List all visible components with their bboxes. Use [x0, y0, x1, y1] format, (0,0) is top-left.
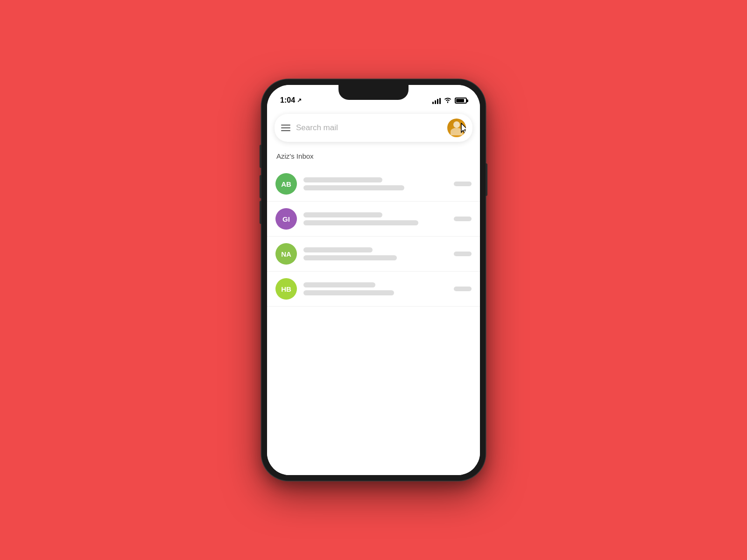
status-time: 1:04 ↗: [280, 96, 302, 105]
mail-meta: [454, 217, 472, 221]
signal-bar-4: [439, 98, 441, 104]
mail-preview-line: [303, 220, 418, 225]
mail-preview-line: [303, 290, 394, 295]
hamburger-menu-icon[interactable]: [281, 125, 290, 131]
sender-avatar-ab: AB: [275, 173, 297, 195]
screen-fade: [267, 447, 480, 475]
mail-preview-line: [303, 185, 404, 190]
inbox-label: Aziz's Inbox: [267, 147, 480, 167]
mail-date: [454, 217, 472, 221]
phone-screen: 1:04 ↗: [267, 85, 480, 475]
mail-content: [303, 212, 447, 225]
sender-avatar-na: NA: [275, 243, 297, 265]
time-display: 1:04: [280, 96, 295, 105]
signal-bars: [432, 98, 441, 104]
mail-content: [303, 177, 447, 190]
mail-subject-line: [303, 282, 375, 287]
battery-icon: [455, 98, 467, 104]
user-avatar-button[interactable]: [447, 119, 466, 137]
location-icon: ↗: [297, 97, 302, 104]
signal-bar-1: [432, 102, 434, 104]
status-icons: [432, 97, 467, 105]
cursor-pointer: [460, 122, 466, 136]
mail-date: [454, 182, 472, 186]
signal-bar-3: [437, 99, 438, 104]
mail-preview-line: [303, 255, 397, 260]
mail-list: AB GI: [267, 167, 480, 307]
phone-notch: [338, 85, 409, 100]
mail-content: [303, 282, 447, 295]
mail-subject-line: [303, 247, 373, 252]
mail-date: [454, 252, 472, 256]
mail-meta: [454, 182, 472, 186]
mail-meta: [454, 287, 472, 291]
mail-item[interactable]: AB: [267, 167, 480, 202]
mail-subject-line: [303, 177, 382, 182]
mail-subject-line: [303, 212, 382, 217]
sender-avatar-gi: GI: [275, 208, 297, 230]
app-content: Search mail Aziz's Inbox AB: [267, 108, 480, 475]
battery-fill: [456, 99, 464, 102]
mail-content: [303, 247, 447, 260]
sender-avatar-hb: HB: [275, 278, 297, 300]
wifi-icon: [444, 97, 452, 105]
mail-meta: [454, 252, 472, 256]
signal-bar-2: [435, 100, 436, 104]
mail-item[interactable]: NA: [267, 237, 480, 272]
mail-item[interactable]: GI: [267, 202, 480, 237]
mail-date: [454, 287, 472, 291]
mail-item[interactable]: HB: [267, 272, 480, 307]
search-placeholder[interactable]: Search mail: [296, 123, 442, 133]
search-bar[interactable]: Search mail: [275, 114, 472, 142]
phone-mockup: 1:04 ↗: [261, 79, 486, 481]
